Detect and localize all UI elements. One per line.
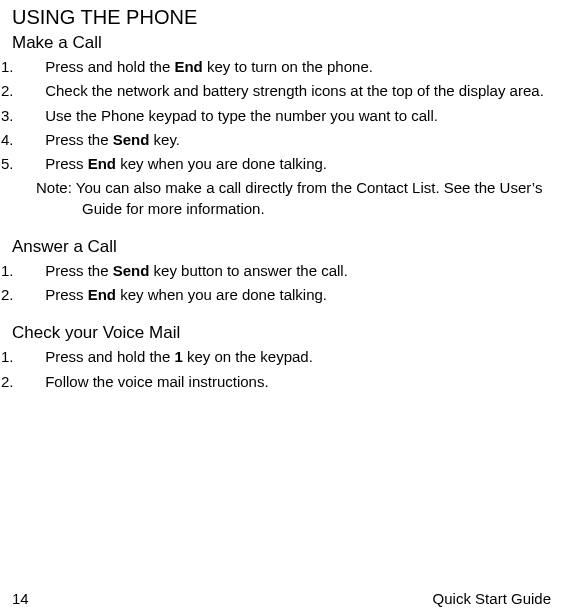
step-item: 3. Use the Phone keypad to type the numb… [15,106,551,126]
step-text-post: key when you are done talking. [116,286,327,303]
note-label: Note: [36,179,72,196]
step-text-pre: Press the [45,262,113,279]
section-check-voice-mail: Check your Voice Mail 1. Press and hold … [12,323,551,392]
step-item: 1. Press and hold the 1 key on the keypa… [15,347,551,367]
step-number: 2. [23,81,41,101]
step-text-pre: Press [45,155,88,172]
step-number: 1. [23,347,41,367]
section-answer-a-call: Answer a Call 1. Press the Send key butt… [12,237,551,306]
note: Note: You can also make a call directly … [26,178,551,219]
step-item: 5. Press End key when you are done talki… [15,154,551,174]
step-text-post: key on the keypad. [183,348,313,365]
step-text-bold: Send [113,262,150,279]
step-text-bold: End [88,286,116,303]
note-text: You can also make a call directly from t… [76,179,543,216]
step-item: 2. Follow the voice mail instructions. [15,372,551,392]
doc-title: Quick Start Guide [433,590,551,607]
step-text-pre: Follow the voice mail instructions. [45,373,268,390]
step-text-pre: Press [45,286,88,303]
step-text-post: key. [149,131,180,148]
step-number: 1. [23,261,41,281]
section-heading: Answer a Call [12,237,551,257]
page-title: USING THE PHONE [12,6,551,29]
step-number: 2. [23,285,41,305]
step-item: 4. Press the Send key. [15,130,551,150]
section-make-a-call: Make a Call 1. Press and hold the End ke… [12,33,551,219]
step-text-pre: Press the [45,131,113,148]
step-text-post: key when you are done talking. [116,155,327,172]
step-number: 1. [23,57,41,77]
footer: 14 Quick Start Guide [12,590,551,607]
step-item: 2. Check the network and battery strengt… [15,81,551,101]
step-number: 4. [23,130,41,150]
step-text-pre: Press and hold the [45,58,174,75]
section-heading: Check your Voice Mail [12,323,551,343]
step-text-pre: Press and hold the [45,348,174,365]
step-text-bold: End [88,155,116,172]
step-number: 2. [23,372,41,392]
step-text-post: key to turn on the phone. [203,58,373,75]
step-text-bold: 1 [174,348,182,365]
step-text-bold: End [174,58,202,75]
step-text-bold: Send [113,131,150,148]
step-text-pre: Use the Phone keypad to type the number … [45,107,438,124]
step-text-post: key button to answer the call. [149,262,347,279]
page-number: 14 [12,590,29,607]
step-item: 2. Press End key when you are done talki… [15,285,551,305]
step-item: 1. Press the Send key button to answer t… [15,261,551,281]
step-text-pre: Check the network and battery strength i… [45,82,544,99]
step-number: 5. [23,154,41,174]
section-heading: Make a Call [12,33,551,53]
step-number: 3. [23,106,41,126]
step-item: 1. Press and hold the End key to turn on… [15,57,551,77]
